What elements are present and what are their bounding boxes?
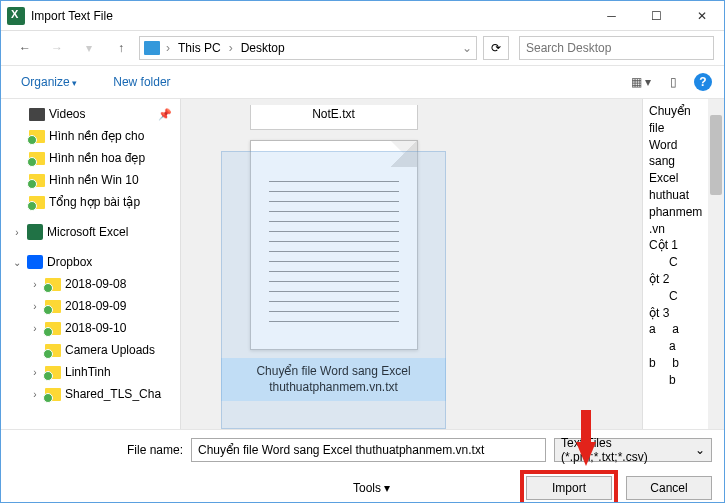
sidebar-item[interactable]: ›2018-09-08: [3, 273, 178, 295]
excel-app-icon: [7, 7, 25, 25]
preview-pane-button[interactable]: ▯: [662, 71, 684, 93]
sidebar-item[interactable]: ›LinhTinh: [3, 361, 178, 383]
maximize-button[interactable]: ☐: [634, 1, 679, 31]
forward-button[interactable]: →: [43, 34, 71, 62]
chevron-right-icon: ›: [162, 41, 174, 55]
search-input[interactable]: [519, 36, 714, 60]
folder-icon: [45, 366, 61, 379]
chevron-right-icon[interactable]: ›: [29, 389, 41, 400]
new-folder-button[interactable]: New folder: [105, 72, 178, 92]
toolbar: Organize New folder ▦ ▾ ▯ ?: [1, 65, 724, 99]
folder-icon: [29, 174, 45, 187]
back-button[interactable]: ←: [11, 34, 39, 62]
close-button[interactable]: ✕: [679, 1, 724, 31]
sidebar-item[interactable]: ›2018-09-10: [3, 317, 178, 339]
folder-icon: [29, 152, 45, 165]
nav-bar: ← → ▾ ↑ › This PC › Desktop ⌄ ⟳: [1, 31, 724, 65]
filename-label: File name:: [13, 443, 183, 457]
folder-icon: [29, 130, 45, 143]
pin-icon: 📌: [158, 108, 172, 121]
minimize-button[interactable]: ─: [589, 1, 634, 31]
import-button[interactable]: Import: [526, 476, 612, 500]
chevron-right-icon[interactable]: ›: [29, 367, 41, 378]
folder-icon: [45, 300, 61, 313]
sidebar-item-dropbox[interactable]: ⌄Dropbox: [3, 251, 178, 273]
recent-dropdown[interactable]: ▾: [75, 34, 103, 62]
arrow-annotation: [576, 442, 596, 466]
file-item-note[interactable]: NotE.txt Chuyển file Word sang Excel thu…: [221, 105, 446, 401]
breadcrumb-current[interactable]: Desktop: [239, 41, 287, 55]
highlight-annotation: Import: [520, 470, 618, 503]
sidebar-item-excel[interactable]: ›Microsoft Excel: [3, 221, 178, 243]
chevron-down-icon: ⌄: [695, 443, 705, 457]
scrollbar[interactable]: [708, 99, 724, 429]
file-list[interactable]: NotE.txt Chuyển file Word sang Excel thu…: [181, 99, 642, 429]
sidebar: Videos📌 Hình nền đẹp cho Hình nền hoa đẹ…: [1, 99, 181, 429]
tools-menu[interactable]: Tools: [353, 481, 381, 495]
folder-icon: [45, 388, 61, 401]
file-caption: Chuyển file Word sang Excel thuthuatphan…: [221, 358, 446, 401]
breadcrumb-root[interactable]: This PC: [176, 41, 223, 55]
cancel-button[interactable]: Cancel: [626, 476, 712, 500]
sidebar-item-videos[interactable]: Videos📌: [3, 103, 178, 125]
footer: File name: Text Files (*.prn;*.txt;*.csv…: [1, 429, 724, 503]
sidebar-item[interactable]: ›Shared_TLS_Cha: [3, 383, 178, 405]
sidebar-item[interactable]: Tổng hợp bài tập: [3, 191, 178, 213]
chevron-right-icon[interactable]: ›: [11, 227, 23, 238]
chevron-right-icon[interactable]: ›: [29, 279, 41, 290]
up-button[interactable]: ↑: [107, 34, 135, 62]
sidebar-item[interactable]: Camera Uploads: [3, 339, 178, 361]
window-title: Import Text File: [31, 9, 589, 23]
videos-icon: [29, 108, 45, 121]
chevron-right-icon[interactable]: ›: [29, 301, 41, 312]
chevron-down-icon[interactable]: ⌄: [11, 257, 23, 268]
help-button[interactable]: ?: [694, 73, 712, 91]
breadcrumb-dropdown-icon[interactable]: ⌄: [462, 41, 472, 55]
preview-pane: Chuyển file Word sang Excel huthuat phan…: [642, 99, 724, 429]
dropbox-icon: [27, 255, 43, 269]
breadcrumb[interactable]: › This PC › Desktop ⌄: [139, 36, 477, 60]
sidebar-item[interactable]: Hình nền đẹp cho: [3, 125, 178, 147]
folder-icon: [45, 322, 61, 335]
folder-icon: [29, 196, 45, 209]
organize-menu[interactable]: Organize: [13, 72, 85, 92]
file-thumbnail[interactable]: [250, 140, 418, 350]
sidebar-item[interactable]: ›2018-09-09: [3, 295, 178, 317]
refresh-button[interactable]: ⟳: [483, 36, 509, 60]
chevron-right-icon: ›: [225, 41, 237, 55]
sidebar-item[interactable]: Hình nền Win 10: [3, 169, 178, 191]
title-bar: Import Text File ─ ☐ ✕: [1, 1, 724, 31]
view-icons-button[interactable]: ▦ ▾: [630, 71, 652, 93]
excel-icon: [27, 224, 43, 240]
pc-icon: [144, 41, 160, 55]
filename-input[interactable]: [191, 438, 546, 462]
chevron-right-icon[interactable]: ›: [29, 323, 41, 334]
folder-icon: [45, 344, 61, 357]
sidebar-item[interactable]: Hình nền hoa đẹp: [3, 147, 178, 169]
file-label: NotE.txt: [250, 105, 418, 130]
folder-icon: [45, 278, 61, 291]
